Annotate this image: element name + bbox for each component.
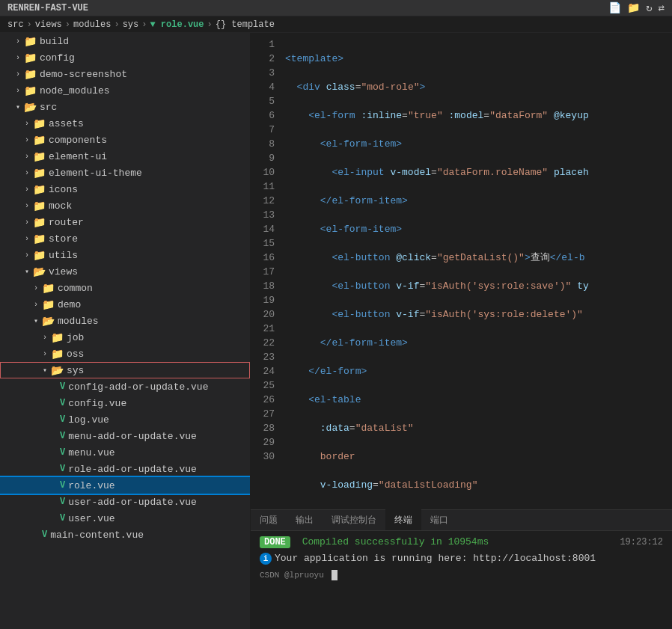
tab-ports[interactable]: 端口: [421, 509, 457, 530]
folder-icon-views: 📂: [33, 266, 46, 278]
titlebar-actions: 📄 📁 ↻ ⇄: [608, 1, 665, 14]
sidebar-item-views[interactable]: 📂 views: [0, 263, 250, 280]
sidebar-item-config[interactable]: 📁 config: [0, 49, 250, 66]
sidebar-label-config-add: config-add-or-update.vue: [68, 381, 208, 393]
sidebar-item-main-content[interactable]: V main-content.vue: [0, 527, 250, 543]
sidebar-item-menu-vue[interactable]: V menu.vue: [0, 444, 250, 461]
folder-arrow-store: [21, 233, 33, 245]
sidebar-item-node-modules[interactable]: 📁 node_modules: [0, 82, 250, 99]
vue-icon-config: V: [60, 398, 65, 408]
sidebar-item-mock[interactable]: 📁 mock: [0, 197, 250, 214]
new-folder-icon[interactable]: 📁: [627, 1, 640, 14]
sidebar-item-demo[interactable]: 📁 demo: [0, 296, 250, 313]
done-badge: DONE: [260, 536, 290, 548]
terminal-cursor-line: CSDN @lpruoyu: [260, 568, 663, 582]
folder-arrow-mock: [21, 200, 33, 212]
sidebar-item-demo-screenshot[interactable]: 📁 demo-screenshot: [0, 66, 250, 82]
folder-icon-job: 📁: [51, 331, 64, 344]
sidebar-item-assets[interactable]: 📁 assets: [0, 115, 250, 132]
sidebar-label-element-ui: element-ui: [49, 151, 107, 162]
sidebar-item-role-vue[interactable]: V role.vue: [0, 477, 250, 494]
sidebar-item-icons[interactable]: 📁 icons: [0, 181, 250, 197]
sidebar-item-src[interactable]: 📂 src: [0, 99, 250, 115]
code-line-15: border: [282, 449, 672, 464]
sidebar-item-utils[interactable]: 📁 utils: [0, 247, 250, 263]
sidebar-item-build[interactable]: 📁 build: [0, 33, 250, 49]
sidebar-label-user-vue: user.vue: [68, 513, 114, 524]
sidebar-label-oss: oss: [67, 349, 84, 360]
main-layout: 📁 build 📁 config 📁 demo-screenshot 📁 nod…: [0, 33, 672, 629]
sidebar-item-components[interactable]: 📁 components: [0, 132, 250, 148]
sidebar-item-common[interactable]: 📁 common: [0, 280, 250, 296]
sidebar-item-log-vue[interactable]: V log.vue: [0, 411, 250, 428]
terminal-compiled-line: DONE Compiled successfully in 10954ms 19…: [260, 536, 663, 549]
sidebar-label-store: store: [49, 233, 78, 245]
sidebar-label-utils: utils: [49, 250, 78, 261]
code-content[interactable]: 12345 678910 1112131415 1617181920 21222…: [251, 33, 672, 509]
sidebar-item-router[interactable]: 📁 router: [0, 214, 250, 230]
tab-output[interactable]: 输出: [287, 509, 323, 530]
terminal-timestamp: 19:23:12: [620, 536, 663, 549]
sidebar-item-modules[interactable]: 📂 modules: [0, 313, 250, 329]
sidebar-label-sys: sys: [67, 365, 84, 376]
breadcrumb-modules: modules: [73, 19, 111, 30]
folder-arrow-config: [12, 52, 24, 64]
titlebar: RENREN-FAST-VUE 📄 📁 ↻ ⇄: [0, 0, 672, 16]
sidebar-item-menu-add-update[interactable]: V menu-add-or-update.vue: [0, 428, 250, 444]
sidebar-label-router: router: [49, 217, 84, 228]
sidebar-item-user-add-update[interactable]: V user-add-or-update.vue: [0, 494, 250, 510]
sidebar-item-config-add-update[interactable]: V config-add-or-update.vue: [0, 378, 250, 395]
refresh-icon[interactable]: ↻: [646, 1, 652, 14]
code-line-12: </el-form>: [282, 364, 672, 378]
breadcrumb-views: views: [35, 19, 62, 30]
sidebar-item-element-ui-theme[interactable]: 📁 element-ui-theme: [0, 165, 250, 181]
sidebar-label-main: main-content.vue: [50, 530, 144, 541]
code-line-5: <el-input v-model="dataForm.roleName" pl…: [282, 165, 672, 180]
folder-icon-sys: 📂: [51, 364, 64, 377]
sidebar-item-sys[interactable]: 📂 sys: [0, 362, 250, 378]
terminal-info-message: Your application is running here: http:/…: [275, 552, 596, 565]
sidebar-item-element-ui[interactable]: 📁 element-ui: [0, 148, 250, 165]
breadcrumb-sys: sys: [123, 19, 139, 30]
bottom-tabs: 问题 输出 调试控制台 终端 端口: [251, 510, 672, 531]
sidebar-item-user-vue[interactable]: V user.vue: [0, 510, 250, 527]
code-lines: <template> <div class="mod-role"> <el-fo…: [282, 36, 672, 506]
folder-arrow-node: [12, 85, 24, 96]
folder-arrow-demo-views: [30, 298, 42, 310]
sidebar-label-menu-add: menu-add-or-update.vue: [68, 431, 197, 442]
sidebar-label-common: common: [58, 283, 93, 294]
sidebar-label-menu-vue: menu.vue: [68, 447, 114, 458]
collapse-icon[interactable]: ⇄: [659, 1, 665, 14]
folder-arrow-sys: [39, 364, 51, 376]
folder-arrow-element-ui: [21, 150, 33, 162]
new-file-icon[interactable]: 📄: [608, 1, 621, 14]
tab-issues[interactable]: 问题: [251, 509, 287, 530]
code-line-1: <template>: [282, 52, 672, 66]
folder-arrow-views: [21, 266, 33, 277]
sidebar-item-job[interactable]: 📁 job: [0, 329, 250, 346]
tab-debug-console[interactable]: 调试控制台: [323, 509, 385, 530]
sidebar-label-user-add: user-add-or-update.vue: [68, 497, 197, 508]
folder-icon-assets: 📁: [33, 117, 46, 130]
sidebar-item-role-add-update[interactable]: V role-add-or-update.vue: [0, 461, 250, 477]
sidebar-label-icons: icons: [49, 184, 78, 195]
folder-arrow-build: [12, 35, 24, 47]
sidebar-label-element-theme: element-ui-theme: [49, 168, 142, 179]
folder-arrow-utils: [21, 249, 33, 261]
folder-arrow-oss: [39, 348, 51, 360]
sidebar-label-assets: assets: [49, 118, 84, 129]
folder-icon-demo: 📁: [24, 68, 37, 81]
terminal-info-line: i Your application is running here: http…: [260, 552, 663, 565]
tab-terminal[interactable]: 终端: [385, 509, 421, 530]
sidebar-label-role-add: role-add-or-update.vue: [68, 464, 197, 475]
folder-icon-config: 📁: [24, 52, 37, 64]
sidebar-label-job: job: [67, 332, 84, 343]
code-line-2: <div class="mod-role">: [282, 80, 672, 94]
code-line-9: <el-button v-if="isAuth('sys:role:save')…: [282, 279, 672, 293]
code-line-10: <el-button v-if="isAuth('sys:role:delete…: [282, 307, 672, 322]
sidebar-item-oss[interactable]: 📁 oss: [0, 346, 250, 362]
sidebar-item-config-vue[interactable]: V config.vue: [0, 395, 250, 411]
code-line-14: :data="dataList": [282, 421, 672, 435]
breadcrumb: src › views › modules › sys › ▼ role.vue…: [0, 16, 672, 33]
sidebar-item-store[interactable]: 📁 store: [0, 230, 250, 247]
